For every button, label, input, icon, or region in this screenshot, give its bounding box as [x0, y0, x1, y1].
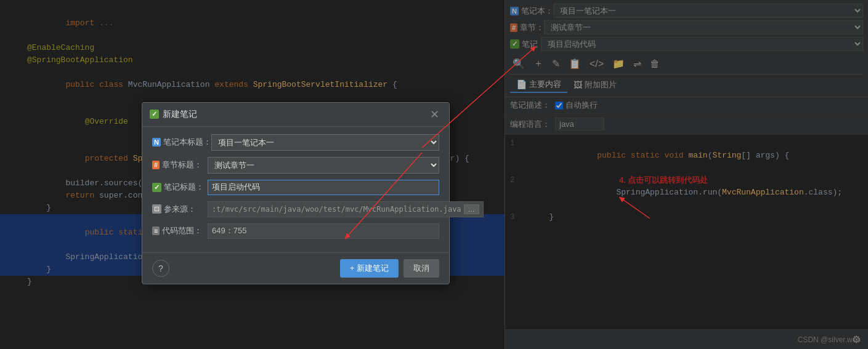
dialog-title-text: 新建笔记 — [163, 109, 197, 120]
dialog-button-group: + 新建笔记 取消 — [340, 259, 439, 278]
dialog-source-icon: ⊡ — [152, 204, 161, 214]
dialog-source-label-text: 参来源： — [164, 204, 196, 215]
dialog-source-row: ⊡ 参来源： :t/mvc/src/main/java/woo/test/mvc… — [152, 201, 439, 217]
dialog-note-title-label: ✓ 笔记标题： — [152, 182, 208, 193]
dialog-range-input[interactable] — [208, 223, 439, 239]
dialog-note-title-label-text: 笔记标题： — [164, 182, 204, 193]
dialog-chapter-icon: # — [152, 161, 160, 169]
cancel-button[interactable]: 取消 — [404, 259, 439, 278]
dialog-chapter-select[interactable]: 测试章节一 — [208, 157, 439, 174]
help-button[interactable]: ? — [152, 260, 169, 277]
dialog-range-row: ≡ 代码范围： — [152, 223, 439, 239]
dialog-range-label: ≡ 代码范围： — [152, 225, 208, 236]
dialog-notebook-label: N 笔记本标题： — [152, 137, 211, 148]
dialog-note-title-row: ✓ 笔记标题： — [152, 180, 439, 195]
dialog-source-browse-button[interactable]: … — [464, 204, 479, 214]
dialog-header: ✓ 新建笔记 ✕ — [142, 103, 449, 127]
dialog-overlay: ✓ 新建笔记 ✕ N 笔记本标题： 项目一笔记本一 # 章节标题： — [0, 0, 868, 349]
dialog-chapter-label-text: 章节标题： — [162, 159, 202, 170]
dialog-chapter-label: # 章节标题： — [152, 159, 208, 170]
dialog-source-label: ⊡ 参来源： — [152, 204, 208, 215]
confirm-button[interactable]: + 新建笔记 — [340, 259, 399, 278]
dialog-body: N 笔记本标题： 项目一笔记本一 # 章节标题： 测试章节一 — [142, 127, 449, 252]
dialog-footer: ? + 新建笔记 取消 — [142, 252, 449, 284]
dialog-notebook-row: N 笔记本标题： 项目一笔记本一 — [152, 134, 439, 151]
dialog-title: ✓ 新建笔记 — [150, 109, 197, 120]
dialog-notebook-select[interactable]: 项目一笔记本一 — [211, 134, 439, 151]
dialog-title-icon: ✓ — [150, 110, 159, 119]
dialog-notebook-icon: N — [152, 138, 161, 146]
dialog-range-icon: ≡ — [152, 227, 160, 235]
dialog-close-button[interactable]: ✕ — [428, 108, 442, 121]
dialog-note-title-icon: ✓ — [152, 183, 161, 192]
new-note-dialog: ✓ 新建笔记 ✕ N 笔记本标题： 项目一笔记本一 # 章节标题： — [142, 102, 450, 284]
dialog-note-title-input[interactable] — [208, 180, 439, 195]
dialog-range-label-text: 代码范围： — [162, 225, 202, 236]
watermark: CSDN @silver.woo — [798, 335, 861, 344]
dialog-source-path: :t/mvc/src/main/java/woo/test/mvc/MvcRun… — [212, 205, 461, 214]
dialog-source-value: :t/mvc/src/main/java/woo/test/mvc/MvcRun… — [208, 201, 484, 217]
dialog-chapter-row: # 章节标题： 测试章节一 — [152, 157, 439, 174]
dialog-notebook-label-text: 笔记本标题： — [163, 137, 211, 148]
